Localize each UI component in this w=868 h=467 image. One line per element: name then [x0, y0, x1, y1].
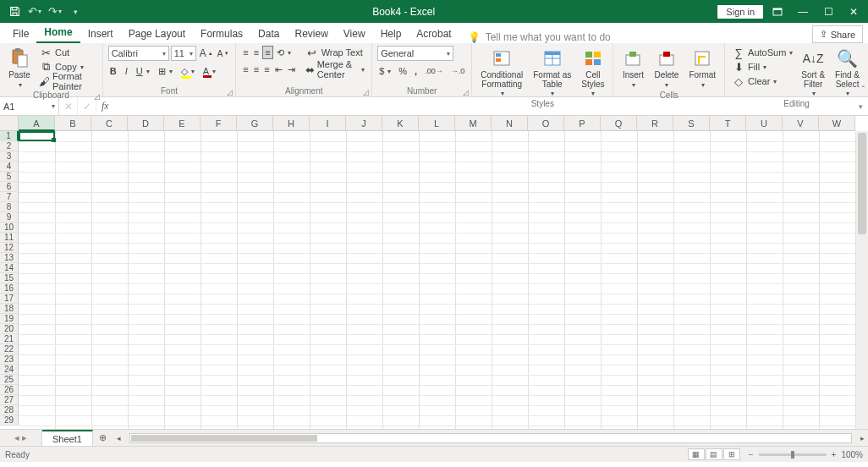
- align-middle-button[interactable]: ≡: [252, 46, 261, 59]
- sign-in-button[interactable]: Sign in: [717, 5, 763, 19]
- increase-indent-button[interactable]: ⇥: [286, 63, 297, 76]
- row-header[interactable]: 22: [0, 344, 19, 354]
- tab-page-layout[interactable]: Page Layout: [121, 25, 193, 43]
- row-header[interactable]: 20: [0, 324, 19, 334]
- row-header[interactable]: 3: [0, 151, 19, 162]
- decrease-indent-button[interactable]: ⇤: [273, 63, 284, 76]
- row-header[interactable]: 11: [0, 233, 19, 243]
- hscroll-left-icon[interactable]: ◂: [117, 434, 121, 442]
- column-header[interactable]: G: [237, 116, 273, 131]
- minimize-icon[interactable]: —: [792, 3, 814, 21]
- column-header[interactable]: Q: [601, 116, 637, 131]
- row-header[interactable]: 7: [0, 192, 19, 202]
- redo-icon[interactable]: ↷▾: [46, 3, 64, 21]
- increase-decimal-button[interactable]: .00→: [423, 64, 445, 78]
- row-header[interactable]: 16: [0, 283, 19, 294]
- cut-button[interactable]: ✂Cut: [37, 46, 97, 59]
- column-header[interactable]: H: [273, 116, 310, 131]
- conditional-formatting-button[interactable]: Conditional Formatting▾: [477, 46, 526, 99]
- borders-button[interactable]: ⊞▾: [157, 64, 174, 78]
- row-header[interactable]: 23: [0, 354, 19, 365]
- font-size-combo[interactable]: 11▾: [171, 46, 196, 61]
- row-header[interactable]: 28: [0, 405, 19, 415]
- decrease-font-button[interactable]: A▾: [216, 47, 231, 60]
- number-format-combo[interactable]: General▾: [377, 46, 453, 61]
- autosum-button[interactable]: ∑AutoSum▾: [730, 46, 794, 59]
- clear-button[interactable]: ◇Clear▾: [730, 74, 794, 88]
- maximize-icon[interactable]: ☐: [817, 3, 839, 21]
- tab-home[interactable]: Home: [36, 23, 80, 43]
- row-header[interactable]: 6: [0, 182, 19, 192]
- row-header[interactable]: 12: [0, 243, 19, 253]
- normal-view-button[interactable]: ▦: [688, 448, 705, 460]
- zoom-slider[interactable]: [759, 453, 827, 456]
- share-button[interactable]: ⇪Share: [812, 25, 863, 43]
- row-header[interactable]: 27: [0, 395, 19, 405]
- fill-button[interactable]: ⬇Fill▾: [730, 60, 794, 74]
- format-as-table-button[interactable]: Format as Table▾: [530, 46, 574, 99]
- format-painter-button[interactable]: 🖌Format Painter: [37, 74, 97, 88]
- column-header[interactable]: O: [528, 116, 564, 131]
- format-cells-button[interactable]: Format▾: [685, 46, 719, 91]
- italic-button[interactable]: I: [124, 64, 129, 78]
- row-header[interactable]: 5: [0, 172, 19, 182]
- row-header[interactable]: 9: [0, 212, 19, 223]
- select-all-corner[interactable]: [0, 116, 19, 131]
- tab-insert[interactable]: Insert: [80, 25, 121, 43]
- row-header[interactable]: 26: [0, 385, 19, 395]
- tab-acrobat[interactable]: Acrobat: [409, 25, 459, 43]
- number-launcher-icon[interactable]: ◿: [463, 88, 469, 96]
- fill-color-button[interactable]: ◇▾: [179, 64, 196, 78]
- column-header[interactable]: K: [382, 116, 419, 131]
- column-header[interactable]: W: [819, 116, 855, 131]
- merge-center-button[interactable]: ⬌Merge & Center▾: [304, 63, 367, 76]
- close-icon[interactable]: ✕: [843, 3, 865, 21]
- row-header[interactable]: 4: [0, 162, 19, 172]
- bold-button[interactable]: B: [108, 64, 118, 78]
- row-header[interactable]: 17: [0, 294, 19, 304]
- row-header[interactable]: 2: [0, 141, 19, 151]
- cell-styles-button[interactable]: Cell Styles▾: [578, 46, 607, 99]
- tell-me-input[interactable]: Tell me what you want to do: [486, 31, 655, 43]
- align-top-button[interactable]: ≡: [241, 46, 250, 59]
- tab-formulas[interactable]: Formulas: [193, 25, 250, 43]
- align-center-button[interactable]: ≡: [252, 63, 261, 76]
- paste-button[interactable]: Paste▾: [5, 46, 34, 91]
- alignment-launcher-icon[interactable]: ◿: [363, 88, 369, 96]
- column-header[interactable]: U: [746, 116, 783, 131]
- increase-font-button[interactable]: A▴: [198, 47, 214, 60]
- column-header[interactable]: N: [492, 116, 528, 131]
- delete-cells-button[interactable]: Delete▾: [651, 46, 682, 91]
- align-left-button[interactable]: ≡: [241, 63, 250, 76]
- percent-format-button[interactable]: %: [397, 64, 409, 78]
- column-header[interactable]: M: [455, 116, 492, 131]
- zoom-out-button[interactable]: −: [749, 450, 754, 459]
- row-header[interactable]: 29: [0, 415, 19, 426]
- align-bottom-button[interactable]: ≡: [262, 46, 272, 59]
- clipboard-launcher-icon[interactable]: ◿: [94, 92, 100, 101]
- column-header[interactable]: V: [783, 116, 819, 131]
- horizontal-scrollbar[interactable]: [129, 433, 852, 443]
- column-header[interactable]: E: [164, 116, 201, 131]
- row-header[interactable]: 15: [0, 273, 19, 283]
- zoom-level[interactable]: 100%: [841, 450, 863, 459]
- row-header[interactable]: 21: [0, 334, 19, 344]
- row-header[interactable]: 8: [0, 202, 19, 212]
- row-header[interactable]: 1: [0, 131, 19, 141]
- vertical-scrollbar[interactable]: [855, 131, 868, 429]
- column-header[interactable]: P: [564, 116, 601, 131]
- new-sheet-button[interactable]: ⊕: [93, 430, 113, 446]
- tab-help[interactable]: Help: [373, 25, 409, 43]
- column-header[interactable]: R: [637, 116, 673, 131]
- row-header[interactable]: 14: [0, 263, 19, 273]
- column-header[interactable]: C: [91, 116, 128, 131]
- tab-file[interactable]: File: [5, 25, 36, 43]
- undo-icon[interactable]: ↶▾: [25, 3, 44, 21]
- page-break-view-button[interactable]: ⊞: [723, 448, 740, 460]
- font-launcher-icon[interactable]: ◿: [227, 88, 233, 96]
- align-right-button[interactable]: ≡: [262, 63, 271, 76]
- cells-grid[interactable]: [19, 131, 855, 429]
- column-header[interactable]: I: [310, 116, 346, 131]
- row-header[interactable]: 18: [0, 304, 19, 314]
- tab-data[interactable]: Data: [250, 25, 287, 43]
